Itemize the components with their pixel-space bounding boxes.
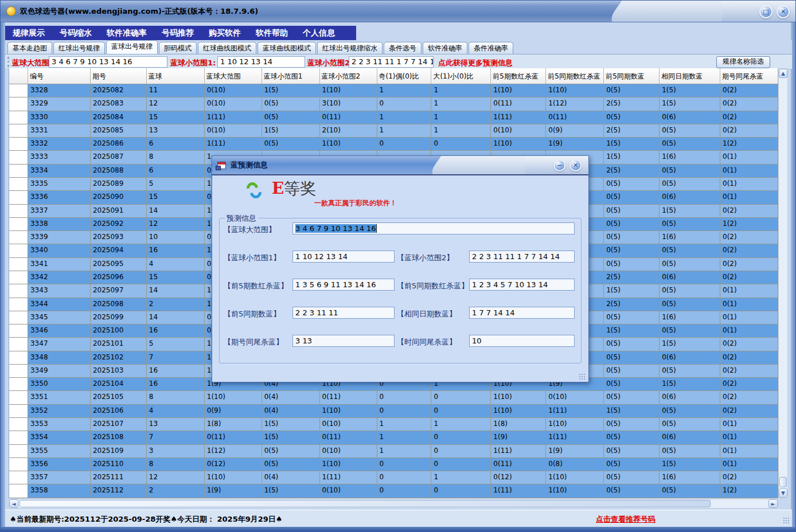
horizontal-scrollbar[interactable]: ◄ ► xyxy=(9,499,778,508)
row-selector[interactable] xyxy=(9,418,28,431)
row-selector[interactable] xyxy=(9,218,28,231)
table-row-3332[interactable]: 3332202508661(11)0(5)1(10)001(10)1(9)1(5… xyxy=(9,138,778,151)
hscroll-thumb[interactable] xyxy=(19,500,711,507)
row-selector[interactable] xyxy=(9,244,28,257)
row-selector[interactable] xyxy=(9,405,28,418)
table-row-3357[interactable]: 33572025111121(10)0(4)1(11)010(12)1(10)0… xyxy=(9,471,778,484)
table-row-3356[interactable]: 3356202511080(12)0(5)1(10)000(11)0(8)0(5… xyxy=(9,458,778,471)
menu-item-3[interactable]: 号码推荐 xyxy=(154,28,201,38)
tab-4[interactable]: 红球曲线图模式 xyxy=(198,42,256,54)
row-selector[interactable] xyxy=(9,231,28,244)
tab-7[interactable]: 条件选号 xyxy=(384,42,422,54)
row-selector[interactable] xyxy=(9,338,28,351)
row-selector[interactable] xyxy=(9,178,28,191)
row-selector[interactable] xyxy=(9,378,28,391)
column-header-0[interactable] xyxy=(9,68,28,84)
dialog-field-input-0[interactable]: 3 4 6 7 9 10 13 14 16 xyxy=(292,222,575,234)
tab-6[interactable]: 红球出号规律缩水 xyxy=(317,42,383,54)
menu-item-2[interactable]: 软件准确率 xyxy=(99,28,154,38)
table-row-3358[interactable]: 3358202511221(9)1(5)0(10)001(11)1(10)0(5… xyxy=(9,484,778,498)
menu-item-4[interactable]: 购买软件 xyxy=(201,28,248,38)
column-header-13[interactable]: 期号同尾杀蓝 xyxy=(720,68,778,84)
row-selector[interactable] xyxy=(9,324,28,338)
table-row-3331[interactable]: 33312025085130(10)1(5)2(10)110(10)0(9)2(… xyxy=(9,124,778,138)
more-prediction-link[interactable]: 点此获得更多预测信息 xyxy=(438,58,513,68)
blue-small-range2-input[interactable]: 2 2 3 11 11 1 7 7 14 14 xyxy=(349,56,434,68)
dialog-title-bar[interactable]: 蓝预测信息 − ✕ xyxy=(212,156,588,175)
tab-5[interactable]: 蓝球曲线图模式 xyxy=(257,42,316,54)
column-header-3[interactable]: 蓝球 xyxy=(147,68,205,84)
resize-grip[interactable] xyxy=(783,517,790,524)
vscroll-thumb[interactable] xyxy=(779,477,787,487)
row-selector[interactable] xyxy=(9,365,28,378)
column-header-10[interactable]: 前5同期数红杀蓝 xyxy=(546,68,604,84)
row-selector[interactable] xyxy=(9,311,28,324)
table-row-3352[interactable]: 3352202510640(9)0(4)1(10)001(10)1(11)1(5… xyxy=(9,405,778,418)
dialog-field-input-2[interactable]: 2 2 3 11 11 1 7 7 14 14 xyxy=(469,251,575,263)
vertical-scrollbar[interactable]: ▲ ▼ xyxy=(778,68,788,498)
maximize-button[interactable]: □ xyxy=(759,5,772,18)
row-selector[interactable] xyxy=(9,97,28,111)
menu-item-5[interactable]: 软件帮助 xyxy=(248,28,295,38)
row-selector[interactable] xyxy=(9,165,28,178)
row-selector[interactable] xyxy=(9,258,28,271)
row-selector[interactable] xyxy=(9,138,28,151)
row-selector[interactable] xyxy=(9,111,28,124)
tab-3[interactable]: 胆码模式 xyxy=(159,42,197,54)
menu-item-0[interactable]: 规律展示 xyxy=(5,28,52,38)
dialog-resize-grip[interactable] xyxy=(579,373,586,380)
table-row-3355[interactable]: 3355202510931(12)0(5)0(10)101(11)1(9)0(5… xyxy=(9,445,778,458)
row-selector[interactable] xyxy=(9,484,28,498)
row-selector[interactable] xyxy=(9,471,28,484)
blue-small-range1-input[interactable]: 1 10 12 13 14 xyxy=(217,56,305,68)
row-selector[interactable] xyxy=(9,124,28,138)
row-selector[interactable] xyxy=(9,431,28,444)
tab-0[interactable]: 基本走趋图 xyxy=(7,42,52,54)
dialog-field-input-4[interactable]: 1 2 3 4 5 7 10 13 14 xyxy=(469,279,575,291)
row-selector[interactable] xyxy=(9,445,28,458)
column-header-12[interactable]: 相同日期数蓝 xyxy=(660,68,720,84)
menu-item-1[interactable]: 号码缩水 xyxy=(52,28,99,38)
column-header-1[interactable]: 编号 xyxy=(28,68,91,84)
dialog-field-input-3[interactable]: 1 3 5 6 9 11 13 14 16 xyxy=(292,279,395,291)
table-row-3351[interactable]: 3351202510581(10)0(4)0(11)001(10)0(10)0(… xyxy=(9,391,778,404)
row-selector[interactable] xyxy=(9,298,28,311)
close-button[interactable]: ✕ xyxy=(777,5,790,18)
row-selector[interactable] xyxy=(9,351,28,365)
table-row-3330[interactable]: 33302025084151(11)0(5)0(11)111(11)0(11)0… xyxy=(9,111,778,124)
column-header-11[interactable]: 前5同期数蓝 xyxy=(604,68,660,84)
menu-item-6[interactable]: 个人信息 xyxy=(295,28,342,38)
column-header-6[interactable]: 蓝球小范围2 xyxy=(320,68,377,84)
column-header-2[interactable]: 期号 xyxy=(91,68,147,84)
table-row-3353[interactable]: 33532025107131(8)1(5)0(10)111(8)1(10)0(5… xyxy=(9,418,778,431)
row-selector[interactable] xyxy=(9,458,28,471)
tab-8[interactable]: 软件准确率 xyxy=(423,42,467,54)
dialog-field-input-8[interactable]: 10 xyxy=(469,335,575,347)
table-row-3329[interactable]: 33292025083120(10)0(5)3(10)010(11)1(12)2… xyxy=(9,97,778,111)
recommended-numbers-link[interactable]: 点击查看推荐号码 xyxy=(596,514,655,525)
row-selector[interactable] xyxy=(9,151,28,164)
blue-big-range-input[interactable]: 3 4 6 7 9 10 13 14 16 xyxy=(49,56,167,68)
toolbar-grip[interactable] xyxy=(7,57,9,67)
column-header-5[interactable]: 蓝球小范围1 xyxy=(262,68,320,84)
row-selector[interactable] xyxy=(9,284,28,298)
dialog-close-button[interactable]: ✕ xyxy=(569,159,582,171)
scroll-down-icon[interactable]: ▼ xyxy=(779,488,787,498)
scroll-right-icon[interactable]: ► xyxy=(768,499,778,508)
tab-9[interactable]: 条件准确率 xyxy=(469,42,513,54)
column-header-8[interactable]: 大(1)小(0)比 xyxy=(431,68,491,84)
scroll-up-icon[interactable]: ▲ xyxy=(779,69,787,78)
row-selector[interactable] xyxy=(9,84,28,97)
rule-name-filter-button[interactable]: 规律名称筛选 xyxy=(716,56,770,68)
scroll-left-icon[interactable]: ◄ xyxy=(9,499,18,508)
tab-1[interactable]: 红球出号规律 xyxy=(53,42,105,54)
row-selector[interactable] xyxy=(9,191,28,204)
dialog-field-input-7[interactable]: 3 13 xyxy=(292,335,395,347)
column-header-4[interactable]: 蓝球大范围 xyxy=(205,68,262,84)
column-header-7[interactable]: 奇(1)偶(0)比 xyxy=(377,68,432,84)
row-selector[interactable] xyxy=(9,391,28,404)
row-selector[interactable] xyxy=(9,271,28,284)
table-row-3328[interactable]: 33282025082110(10)1(5)1(10)111(10)1(10)0… xyxy=(9,84,778,97)
dialog-minimize-button[interactable]: − xyxy=(553,159,565,171)
dialog-field-input-1[interactable]: 1 10 12 13 14 xyxy=(292,251,395,263)
